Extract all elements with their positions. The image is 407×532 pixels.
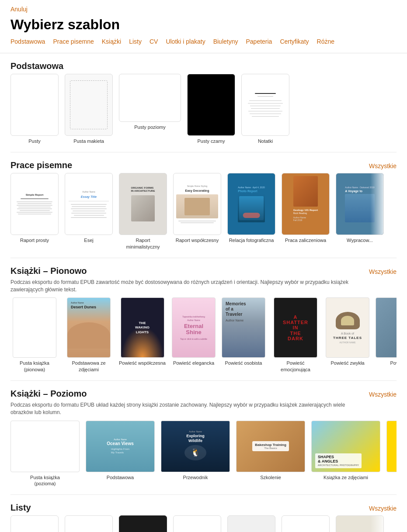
template-book-more-v[interactable]: Powi... [376, 297, 397, 373]
raport-min-thumb: ORGANIC FORMSIN ARCHITECTURE [119, 173, 167, 235]
books-v-see-all[interactable]: Wszystkie [369, 268, 397, 275]
template-raport-min[interactable]: ORGANIC FORMSIN ARCHITECTURE Raport mini… [119, 173, 167, 250]
template-pusty-czarny[interactable]: Pusty czarny [187, 74, 235, 144]
template-letter-4[interactable]: Sender Name [173, 515, 221, 532]
template-letter-7[interactable] [336, 515, 384, 532]
template-letter-1[interactable]: Sender Note Sender Note [10, 515, 59, 532]
writing-section: Prace pisemne Wszystkie Simple Report Ra… [0, 152, 407, 258]
template-letter-5[interactable] [227, 515, 275, 532]
praca-zalic-thumb: Geology 101 ReportRock Reading Author Na… [282, 173, 330, 235]
template-book-exciting[interactable]: ASHATTERINTHEDARK Powieść emocjonująca [271, 297, 320, 373]
book-personal-label: Powieść osobista [225, 360, 262, 366]
template-letter-2[interactable]: Sender Note Sender Note [65, 515, 113, 532]
template-book-wspl[interactable]: THEWAKINGLIGHTS Powieść współczesna [119, 297, 166, 373]
nav-writing[interactable]: Prace pisemne [53, 38, 94, 45]
cancel-button[interactable]: Anuluj [10, 6, 28, 13]
template-raport-wspl[interactable]: Simple Home Styling Easy Decorating Rapo… [173, 173, 221, 250]
nav-newsletters[interactable]: Biuletyny [213, 38, 238, 45]
hbook-basic-thumb: Author Name Ocean Views Highlights FromM… [86, 421, 155, 472]
wypracowanie-label: Wypracow... [347, 237, 373, 243]
books-h-see-all[interactable]: Wszystkie [369, 391, 397, 398]
praca-zalic-label: Praca zaliczeniowa [285, 237, 326, 243]
template-book-elegant[interactable]: Tapestrika troikhetheng Author Name Eter… [172, 297, 216, 373]
partial-overlay-4 [370, 516, 383, 532]
book-empty-h-label: Pusta książka (pozioma) [21, 474, 69, 487]
nav-misc[interactable]: Różne [317, 38, 334, 45]
letters-title: Listy [10, 503, 31, 513]
letters-header: Listy Wszystkie [10, 503, 397, 513]
notatki-label: Notatki [258, 138, 273, 144]
raport-min-label: Raport minimalistyczny [119, 237, 167, 250]
pusty-czarny-label: Pusty czarny [198, 138, 225, 144]
book-empty-v-label: Pusta książka (pionowa) [10, 360, 59, 373]
letter-5-thumb [227, 515, 275, 532]
partial-overlay [370, 173, 383, 235]
writing-see-all[interactable]: Wszystkie [369, 162, 397, 169]
esej-label: Esej [84, 237, 93, 243]
book-basic-photos-thumb: Author Name Desert Dunes [67, 297, 111, 358]
raport-prosty-label: Raport prosty [20, 237, 49, 243]
raport-wspl-thumb: Simple Home Styling Easy Decorating [173, 173, 221, 235]
nav-cv[interactable]: CV [150, 38, 158, 45]
basic-section: Podstawowa Pusty Pusta makieta Pusty poz… [0, 53, 407, 152]
book-basic-photos-label: Podstawowa ze zdjęciami [65, 360, 113, 373]
template-esej[interactable]: Author Name Essay Title Esej [65, 173, 113, 250]
book-wspl-thumb: THEWAKINGLIGHTS [121, 297, 164, 358]
nav-certificates[interactable]: Certyfikaty [280, 38, 309, 45]
template-hbook-basic[interactable]: Author Name Ocean Views Highlights FromM… [86, 421, 155, 487]
nav-basic[interactable]: Podstawowa [10, 38, 45, 45]
raport-prosty-thumb: Simple Report [10, 173, 59, 235]
nav-flyers[interactable]: Ulotki i plakaty [166, 38, 205, 45]
template-pusty[interactable]: Pusty [10, 74, 59, 144]
template-hbook-training[interactable]: Bakeshop Training The Basics Szkolenie [236, 421, 305, 487]
books-v-template-row: Pusta książka (pionowa) Author Name Dese… [10, 297, 397, 376]
hbook-photos-label: Książka ze zdjęciami [324, 474, 368, 480]
hbook-training-label: Szkolenie [260, 474, 281, 480]
template-pusta-makieta[interactable]: Pusta makieta [65, 74, 113, 144]
hbook-guide-label: Przewodnik [183, 474, 208, 480]
relacja-foto-thumb: Author Name · April 4, 2020 Photo Report [227, 173, 275, 235]
book-exciting-label: Powieść emocjonująca [271, 360, 320, 373]
template-hbook-more[interactable]: St... St... [386, 421, 397, 487]
pusty-poziomy-label: Pusty poziomy [134, 124, 166, 130]
template-book-plain[interactable]: A Book of THREE TALES AUTHOR NAME Powieś… [326, 297, 369, 373]
top-bar: Anuluj [0, 0, 407, 15]
pusta-makieta-thumb [65, 74, 113, 136]
template-book-basic-photos[interactable]: Author Name Desert Dunes Podstawowa ze z… [65, 297, 113, 373]
template-hbook-guide[interactable]: Author Name ExploringWildlife 🐧 Przewodn… [161, 421, 230, 487]
writing-template-row: Simple Report Raport prosty Author Name … [10, 173, 397, 253]
template-notatki[interactable]: Notatki [241, 74, 289, 144]
template-book-empty-v[interactable]: Pusta książka (pionowa) [10, 297, 59, 373]
pusty-thumb [10, 74, 59, 136]
template-letter-6[interactable] [282, 515, 330, 532]
letter-7-thumb [336, 515, 384, 532]
nav-stationery[interactable]: Papeteria [246, 38, 272, 45]
letter-2-thumb: Sender Note [65, 515, 113, 532]
hbook-more-thumb: St... [386, 421, 397, 472]
letter-3-thumb [119, 515, 167, 532]
template-book-empty-h[interactable]: Pusta książka (pozioma) [10, 421, 80, 487]
books-v-subtitle: Podczas eksportu do formatu EPUB zawarto… [10, 279, 369, 294]
book-more-v-label: Powi... [390, 360, 397, 366]
template-letter-3[interactable] [119, 515, 167, 532]
letters-see-all[interactable]: Wszystkie [369, 505, 397, 512]
template-raport-prosty[interactable]: Simple Report Raport prosty [10, 173, 59, 250]
template-hbook-photos[interactable]: SHAPES& ANGLES Architectural Photography… [311, 421, 380, 487]
nav-books[interactable]: Książki [102, 38, 121, 45]
template-wypracowanie[interactable]: Author Name · Oakwood 2019 A Voyage to W… [336, 173, 384, 250]
pusty-label: Pusty [28, 138, 41, 144]
hbook-guide-thumb: Author Name ExploringWildlife 🐧 [161, 421, 230, 472]
template-book-personal[interactable]: Memoriesof aTraveler Author Name Powieść… [222, 297, 265, 373]
nav-letters[interactable]: Listy [129, 38, 142, 45]
relacja-foto-label: Relacja fotograficzna [229, 237, 274, 243]
hbook-photos-thumb: SHAPES& ANGLES Architectural Photography [311, 421, 380, 472]
book-exciting-thumb: ASHATTERINTHEDARK [274, 297, 317, 358]
template-praca-zalic[interactable]: Geology 101 ReportRock Reading Author Na… [282, 173, 330, 250]
notatki-thumb [241, 74, 289, 136]
books-h-template-row: Pusta książka (pozioma) Author Name Ocea… [10, 421, 397, 491]
books-v-header: Książki – Pionowo Wszystkie [10, 266, 397, 276]
letter-6-thumb [282, 515, 330, 532]
template-relacja-foto[interactable]: Author Name · April 4, 2020 Photo Report… [227, 173, 275, 250]
book-empty-h-thumb [10, 421, 80, 472]
template-pusty-poziomy[interactable]: Pusty poziomy [119, 74, 181, 144]
